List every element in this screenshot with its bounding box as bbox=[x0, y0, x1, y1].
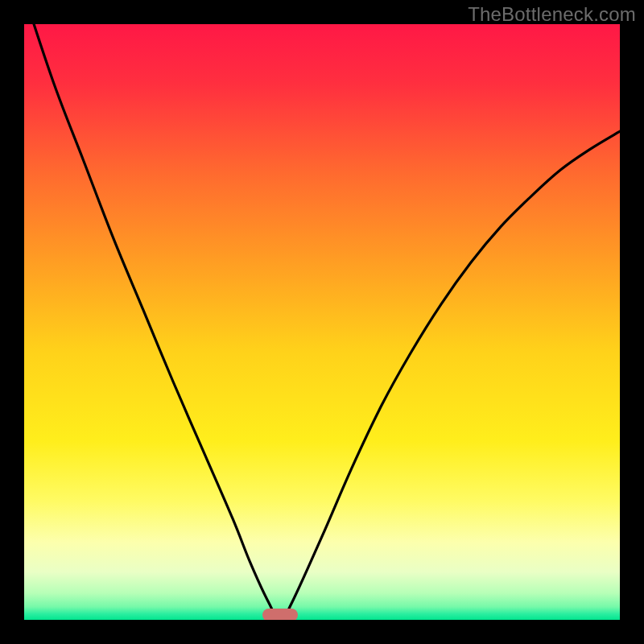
chart-frame: TheBottleneck.com bbox=[0, 0, 644, 644]
watermark-text: TheBottleneck.com bbox=[468, 3, 636, 26]
plot-area bbox=[24, 24, 620, 620]
bottleneck-curve bbox=[24, 24, 620, 620]
optimal-zone-marker bbox=[262, 609, 298, 620]
